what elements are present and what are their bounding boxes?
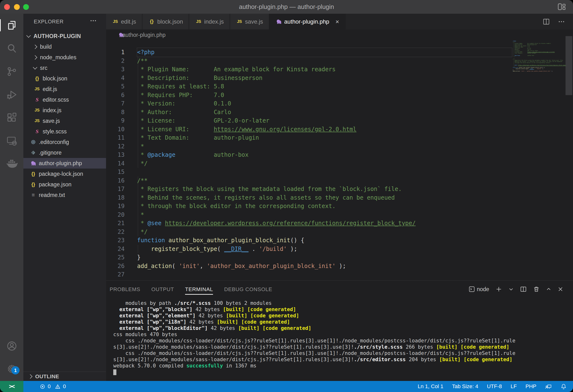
problems-status[interactable]: 0 0 [40, 381, 66, 392]
panel-tab-output[interactable]: OUTPUT [151, 284, 174, 295]
tree-item-readme-txt[interactable]: ≡readme.txt [23, 190, 106, 200]
new-terminal-icon[interactable] [495, 286, 502, 292]
maximize-panel-icon[interactable] [546, 287, 551, 292]
editor-tab-block-json[interactable]: {}block.json [143, 14, 189, 29]
run-debug-icon [6, 89, 17, 100]
split-terminal-icon[interactable] [520, 286, 527, 292]
editor-more-actions-icon[interactable] [558, 20, 565, 23]
tree-item-editor-scss[interactable]: Seditor.scss [23, 94, 106, 105]
status-item-utf-8[interactable]: UTF-8 [487, 383, 502, 390]
terminal-output[interactable]: modules by path ./src/*.scss 100 bytes 2… [106, 300, 573, 375]
terminal-line-4: external ["wp","i18n"] 42 bytes [built] … [106, 319, 573, 325]
code-line-1[interactable]: 1<?php [106, 48, 573, 57]
tree-item-style-scss[interactable]: Sstyle.scss [23, 126, 106, 137]
code-line-21[interactable]: 21 * @see https://developer.wordpress.or… [106, 219, 573, 228]
activity-bar-item-search[interactable] [0, 37, 23, 60]
tree-item-edit-js[interactable]: JSedit.js [23, 84, 106, 94]
kill-terminal-trash-icon[interactable] [533, 286, 540, 292]
activity-bar-item-extensions[interactable] [0, 106, 23, 129]
tree-item-save-js[interactable]: JSsave.js [23, 116, 106, 126]
tree-item-index-js[interactable]: JSindex.js [23, 105, 106, 116]
outline-section[interactable]: OUTLINE [23, 372, 106, 381]
code-line-23[interactable]: 23function author_box_author_plugin_bloc… [106, 236, 573, 245]
notifications-bell-icon[interactable] [560, 383, 567, 390]
editor-tab-author-plugin-php[interactable]: author-plugin.php× [269, 14, 345, 29]
status-item-lf[interactable]: LF [511, 383, 517, 390]
js-file-icon: JS [34, 108, 41, 113]
code-line-5[interactable]: 5 * Requires at least: 5.8 [106, 82, 573, 91]
status-item-ln-1-col-1[interactable]: Ln 1, Col 1 [418, 383, 443, 390]
code-line-26[interactable]: 26add_action( 'init', 'author_box_author… [106, 262, 573, 271]
activity-bar-item-settings[interactable]: 1 [0, 357, 23, 380]
close-tab-icon[interactable]: × [335, 18, 339, 25]
editor-scrollbar-thumb[interactable] [566, 36, 572, 95]
line-number: 8 [106, 108, 137, 117]
tree-item--gitignore[interactable]: .gitignore [23, 147, 106, 158]
activity-bar-item-remote-explorer[interactable] [0, 129, 23, 153]
activity-bar-item-docker[interactable] [0, 153, 23, 175]
customize-layout-icon[interactable] [557, 3, 566, 10]
minimap[interactable]: <?php/** * Plugin Name: An example block… [513, 40, 567, 73]
shell-label: node [477, 286, 489, 292]
code-line-7[interactable]: 7 * Version: 0.1.0 [106, 100, 573, 108]
code-line-16[interactable]: 16/** [106, 176, 573, 185]
split-editor-icon[interactable] [543, 18, 550, 25]
tree-item-package-lock-json[interactable]: {}package-lock.json [23, 169, 106, 179]
code-line-24[interactable]: 24 register_block_type( __DIR__ . '/buil… [106, 245, 573, 254]
activity-bar-item-account[interactable] [0, 334, 23, 358]
code-line-2[interactable]: 2/** [106, 57, 573, 66]
editor-tab-edit-js[interactable]: JSedit.js [106, 14, 143, 29]
code-line-12[interactable]: 12 * [106, 142, 573, 151]
editor-tab-save-js[interactable]: JSsave.js [230, 14, 269, 29]
code-line-18[interactable]: 18 * Behind the scenes, it registers als… [106, 194, 573, 202]
sass-file-icon: S [34, 128, 41, 135]
tree-item-src[interactable]: src [23, 63, 106, 73]
code-line-14[interactable]: 14 */ [106, 159, 573, 168]
tree-item-build[interactable]: build [23, 41, 106, 52]
tree-root-author-plugin[interactable]: AUTHOR-PLUGIN [23, 31, 106, 41]
terminal-dropdown-icon[interactable] [508, 287, 514, 292]
line-number: 26 [106, 262, 137, 271]
breadcrumb[interactable]: author-plugin.php [106, 29, 573, 40]
code-editor[interactable]: 1<?php2/**3 * Plugin Name: An example bl… [106, 40, 573, 281]
tree-item-node-modules[interactable]: node_modules [23, 52, 106, 63]
activity-bar-item-run-debug[interactable] [0, 83, 23, 106]
code-line-6[interactable]: 6 * Requires PHP: 7.0 [106, 91, 573, 100]
code-line-13[interactable]: 13 * @package author-box [106, 151, 573, 159]
activity-bar-item-explorer[interactable] [0, 14, 23, 37]
panel-tab-debug-console[interactable]: DEBUG CONSOLE [224, 284, 272, 295]
line-number: 19 [106, 202, 137, 211]
code-line-3[interactable]: 3 * Plugin Name: An example block for Ki… [106, 65, 573, 74]
tree-item-block-json[interactable]: {}block.json [23, 73, 106, 84]
error-count: 0 [48, 383, 51, 390]
line-number: 10 [106, 125, 137, 134]
status-item-tab-size-4[interactable]: Tab Size: 4 [452, 383, 478, 390]
tree-item-author-plugin-php[interactable]: author-plugin.php [23, 158, 106, 169]
editor-tab-index-js[interactable]: JSindex.js [189, 14, 230, 29]
code-line-8[interactable]: 8 * Author: Carlo [106, 108, 573, 117]
json-file-icon: {} [34, 76, 41, 81]
activity-bar-item-source-control[interactable] [0, 60, 23, 83]
code-line-4[interactable]: 4 * Description: Businessperson [106, 74, 573, 83]
code-line-22[interactable]: 22 */ [106, 228, 573, 237]
remote-indicator[interactable]: >< [0, 381, 23, 392]
terminal-shell-selector[interactable]: node [469, 286, 489, 292]
code-line-25[interactable]: 25} [106, 253, 573, 262]
file-tree: AUTHOR-PLUGINbuildnode_modulessrc{}block… [23, 31, 106, 200]
explorer-more-actions-icon[interactable] [90, 19, 96, 22]
code-line-10[interactable]: 10 * License URI: https://www.gnu.org/li… [106, 125, 573, 134]
code-line-9[interactable]: 9 * License: GPL-2.0-or-later [106, 117, 573, 125]
tree-item--editorconfig[interactable]: .editorconfig [23, 137, 106, 147]
close-panel-icon[interactable] [557, 286, 563, 292]
code-line-27[interactable]: 27 [106, 270, 573, 279]
code-line-15[interactable]: 15 [106, 168, 573, 176]
feedback-icon[interactable] [545, 383, 552, 390]
panel-tab-terminal[interactable]: TERMINAL [185, 284, 213, 295]
code-line-17[interactable]: 17 * Registers the block using the metad… [106, 185, 573, 194]
tree-item-package-json[interactable]: {}package.json [23, 179, 106, 190]
code-line-20[interactable]: 20 * [106, 211, 573, 219]
code-line-19[interactable]: 19 * through the block editor in the cor… [106, 202, 573, 211]
panel-tab-problems[interactable]: PROBLEMS [110, 284, 140, 295]
status-item-php[interactable]: PHP [525, 383, 536, 390]
code-line-11[interactable]: 11 * Text Domain: author-plugin [106, 134, 573, 142]
